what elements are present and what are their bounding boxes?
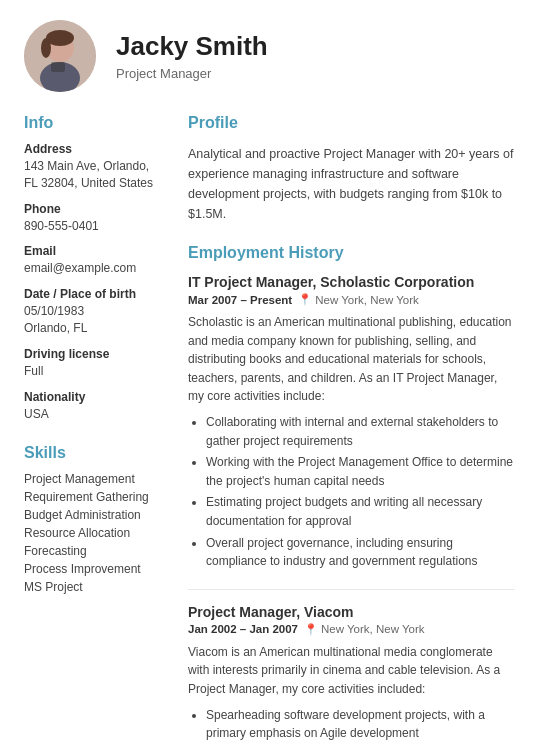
job-bullet-item: Spearheading software development projec… bbox=[206, 706, 515, 743]
main-columns: Info Address 143 Main Ave, Orlando, FL 3… bbox=[24, 114, 515, 742]
phone-block: Phone 890-555-0401 bbox=[24, 202, 164, 235]
dob-label: Date / Place of birth bbox=[24, 287, 164, 301]
skills-section-title: Skills bbox=[24, 444, 164, 462]
job-location: 📍New York, New York bbox=[298, 293, 419, 306]
skill-item: Resource Allocation bbox=[24, 526, 164, 540]
job-dates: Jan 2002 – Jan 2007 bbox=[188, 623, 298, 635]
address-value: 143 Main Ave, Orlando, FL 32804, United … bbox=[24, 158, 164, 192]
skill-item: Forecasting bbox=[24, 544, 164, 558]
skill-item: Process Improvement bbox=[24, 562, 164, 576]
job-title: IT Project Manager, Scholastic Corporati… bbox=[188, 274, 515, 290]
location-pin-icon: 📍 bbox=[304, 623, 318, 636]
skills-list: Project ManagementRequirement GatheringB… bbox=[24, 472, 164, 594]
skills-section: Skills Project ManagementRequirement Gat… bbox=[24, 444, 164, 594]
left-column: Info Address 143 Main Ave, Orlando, FL 3… bbox=[24, 114, 164, 742]
job-description: Scholastic is an American multinational … bbox=[188, 313, 515, 406]
avatar bbox=[24, 20, 96, 92]
job-bullet-item: Estimating project budgets and writing a… bbox=[206, 493, 515, 530]
skill-item: Budget Administration bbox=[24, 508, 164, 522]
phone-label: Phone bbox=[24, 202, 164, 216]
license-block: Driving license Full bbox=[24, 347, 164, 380]
header: Jacky Smith Project Manager bbox=[24, 20, 515, 92]
job-bullets: Collaborating with internal and external… bbox=[188, 413, 515, 571]
job-bullet-item: Overall project governance, including en… bbox=[206, 534, 515, 571]
profile-section-title: Profile bbox=[188, 114, 515, 132]
profile-section: Profile Analytical and proactive Project… bbox=[188, 114, 515, 224]
info-section: Info Address 143 Main Ave, Orlando, FL 3… bbox=[24, 114, 164, 422]
job-bullets: Spearheading software development projec… bbox=[188, 706, 515, 743]
job-meta: Mar 2007 – Present📍New York, New York bbox=[188, 293, 515, 306]
resume-page: Jacky Smith Project Manager Info Address… bbox=[0, 0, 539, 742]
svg-rect-5 bbox=[51, 62, 65, 72]
license-value: Full bbox=[24, 363, 164, 380]
nationality-value: USA bbox=[24, 406, 164, 423]
jobs-list: IT Project Manager, Scholastic Corporati… bbox=[188, 274, 515, 742]
employment-section: Employment History IT Project Manager, S… bbox=[188, 244, 515, 742]
job-bullet-item: Collaborating with internal and external… bbox=[206, 413, 515, 450]
skill-item: Requirement Gathering bbox=[24, 490, 164, 504]
license-label: Driving license bbox=[24, 347, 164, 361]
address-block: Address 143 Main Ave, Orlando, FL 32804,… bbox=[24, 142, 164, 192]
right-column: Profile Analytical and proactive Project… bbox=[188, 114, 515, 742]
email-label: Email bbox=[24, 244, 164, 258]
dob-block: Date / Place of birth 05/10/1983Orlando,… bbox=[24, 287, 164, 337]
job-meta: Jan 2002 – Jan 2007📍New York, New York bbox=[188, 623, 515, 636]
nationality-block: Nationality USA bbox=[24, 390, 164, 423]
svg-point-4 bbox=[41, 38, 51, 58]
job-title-header: Project Manager bbox=[116, 66, 268, 81]
job-item: Project Manager, ViacomJan 2002 – Jan 20… bbox=[188, 604, 515, 742]
email-value: email@example.com bbox=[24, 260, 164, 277]
job-divider bbox=[188, 589, 515, 590]
job-bullet-item: Working with the Project Management Offi… bbox=[206, 453, 515, 490]
address-label: Address bbox=[24, 142, 164, 156]
employment-section-title: Employment History bbox=[188, 244, 515, 262]
job-dates: Mar 2007 – Present bbox=[188, 294, 292, 306]
location-pin-icon: 📍 bbox=[298, 293, 312, 306]
profile-text: Analytical and proactive Project Manager… bbox=[188, 144, 515, 224]
skill-item: Project Management bbox=[24, 472, 164, 486]
email-block: Email email@example.com bbox=[24, 244, 164, 277]
job-title: Project Manager, Viacom bbox=[188, 604, 515, 620]
job-item: IT Project Manager, Scholastic Corporati… bbox=[188, 274, 515, 571]
job-location: 📍New York, New York bbox=[304, 623, 425, 636]
phone-value: 890-555-0401 bbox=[24, 218, 164, 235]
job-description: Viacom is an American multinational medi… bbox=[188, 643, 515, 699]
nationality-label: Nationality bbox=[24, 390, 164, 404]
skill-item: MS Project bbox=[24, 580, 164, 594]
header-info: Jacky Smith Project Manager bbox=[116, 31, 268, 81]
full-name: Jacky Smith bbox=[116, 31, 268, 62]
info-section-title: Info bbox=[24, 114, 164, 132]
dob-value: 05/10/1983Orlando, FL bbox=[24, 303, 164, 337]
